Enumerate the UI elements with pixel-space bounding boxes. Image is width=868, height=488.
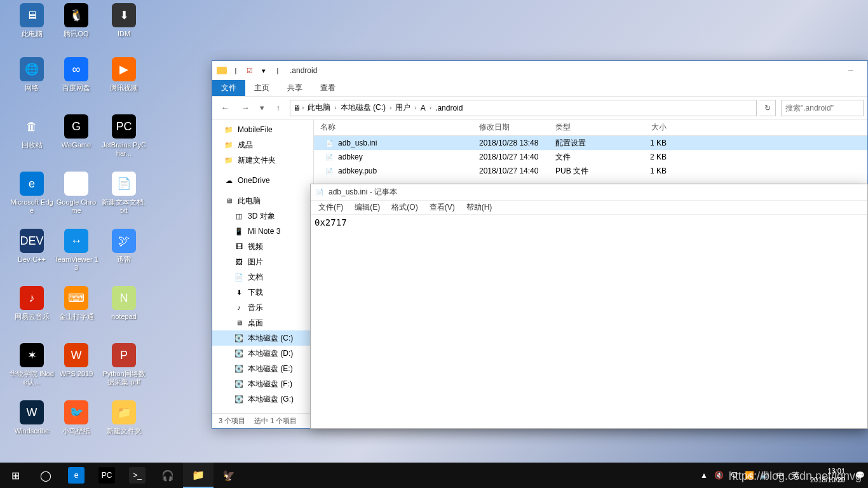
ribbon-tab[interactable]: 文件 xyxy=(212,80,245,96)
taskbar-item-start[interactable]: ⊞ xyxy=(0,463,31,488)
icon-label: 新建文本文档.txt xyxy=(102,198,146,215)
desktop-icon[interactable]: Nnotepad xyxy=(102,286,146,321)
desktop-icon[interactable]: ◉Google Chrome xyxy=(54,172,98,215)
sidebar-item[interactable]: ♪音乐 xyxy=(212,300,313,315)
sidebar-item[interactable]: 📁新建文件夹 xyxy=(212,152,313,168)
desktop-icon[interactable]: WWindscribe xyxy=(10,400,54,435)
desktop-icon[interactable]: 🖥此电脑 xyxy=(10,3,54,38)
taskbar-item-pycharm[interactable]: PC xyxy=(92,463,122,488)
icon-label: 金山打字通 xyxy=(54,313,98,321)
tray-icon[interactable]: 英 xyxy=(790,470,801,481)
file-row[interactable]: 📄adbkey.pub2018/10/27 14:40PUB 文件1 KB xyxy=(314,164,867,178)
taskbar-item-edge[interactable]: e xyxy=(61,463,92,488)
notepad-content[interactable]: 0x2717 xyxy=(311,215,867,230)
menu-item[interactable]: 帮助(H) xyxy=(461,201,498,214)
app-icon: P xyxy=(112,343,136,367)
notifications-icon[interactable]: 💬 xyxy=(854,470,865,481)
sidebar-item[interactable]: 💽本地磁盘 (G:) xyxy=(212,391,313,407)
col-size[interactable]: 大小 xyxy=(625,122,673,133)
taskbar-item-explorer[interactable]: 📁 xyxy=(183,463,214,488)
sidebar-item[interactable]: 📁MobileFile xyxy=(212,122,313,137)
col-date[interactable]: 修改日期 xyxy=(479,122,555,133)
file-size: 1 KB xyxy=(625,139,673,147)
col-name[interactable]: 名称 xyxy=(314,122,479,133)
nav-forward-button[interactable]: → xyxy=(236,99,254,117)
desktop-icon[interactable]: PCJetBrains PyChar... xyxy=(102,114,146,158)
ribbon-tab[interactable]: 共享 xyxy=(278,80,311,96)
breadcrumb-item[interactable]: A xyxy=(418,102,428,114)
desktop-icon[interactable]: GWeGame xyxy=(54,114,98,149)
sidebar-item[interactable]: 💽本地磁盘 (F:) xyxy=(212,376,313,391)
sidebar-item[interactable]: 💽本地磁盘 (E:) xyxy=(212,361,313,376)
taskbar-item-cortana[interactable]: ◯ xyxy=(31,463,61,488)
taskbar-clock[interactable]: 13:01 2018/10/29 xyxy=(805,466,850,484)
breadcrumb-item[interactable]: 用户 xyxy=(393,101,413,114)
menu-item[interactable]: 格式(O) xyxy=(386,201,423,214)
desktop-icon[interactable]: ▶腾讯视频 xyxy=(102,57,146,92)
ribbon-tab[interactable]: 主页 xyxy=(245,80,278,96)
tray-icon[interactable]: 🗨 xyxy=(729,470,740,481)
desktop-icon[interactable]: ↔TeamViewer 13 xyxy=(54,229,98,272)
minimize-button[interactable]: ─ xyxy=(838,63,864,78)
desktop-icon[interactable]: DEVDev-C++ xyxy=(10,229,54,264)
desktop-icon[interactable]: PPython网络数据采集.pdf xyxy=(102,343,146,386)
sidebar-item[interactable]: ⬇下载 xyxy=(212,285,313,300)
nav-dropdown-button[interactable]: ▾ xyxy=(257,99,267,117)
desktop-icon[interactable]: ♪网易云音乐 xyxy=(10,286,54,321)
desktop-icon[interactable]: ✶华锐学院 iNode认... xyxy=(10,343,54,386)
tree-icon: ☁ xyxy=(224,175,234,186)
menu-item[interactable]: 编辑(E) xyxy=(349,201,385,214)
file-row[interactable]: 📄adbkey2018/10/27 14:40文件2 KB xyxy=(314,150,867,164)
sidebar-item[interactable]: ☁OneDrive xyxy=(212,173,313,188)
menu-item[interactable]: 文件(F) xyxy=(313,201,348,214)
breadcrumb-item[interactable]: 此电脑 xyxy=(305,101,333,114)
file-icon: 📄 xyxy=(324,166,334,176)
sidebar-item[interactable]: 📁成品 xyxy=(212,137,313,152)
search-input[interactable] xyxy=(781,100,864,116)
desktop-icon[interactable]: 📁新建文件夹 xyxy=(102,400,146,435)
sidebar-item[interactable]: 🖥桌面 xyxy=(212,315,313,330)
sidebar-item[interactable]: 💽本地磁盘 (D:) xyxy=(212,346,313,361)
sidebar-item[interactable]: 💽本地磁盘 (C:) xyxy=(212,330,313,346)
desktop-icon[interactable]: 🌐网络 xyxy=(10,57,54,92)
desktop-icon[interactable]: 🐦小鸟壁纸 xyxy=(54,400,98,435)
breadcrumb[interactable]: 🖥 › 此电脑›本地磁盘 (C:)›用户›A›.android xyxy=(290,100,757,116)
desktop-icon[interactable]: 🐧腾讯QQ xyxy=(54,3,98,38)
qat-dropdown-icon[interactable]: ▾ xyxy=(258,65,269,76)
tray-icon[interactable]: 🔇 xyxy=(714,470,725,481)
desktop-icon[interactable]: 📄新建文本文档.txt xyxy=(102,172,146,215)
col-type[interactable]: 类型 xyxy=(555,122,625,133)
desktop-icon[interactable]: eMicrosoft Edge xyxy=(10,172,54,215)
explorer-titlebar[interactable]: | ☑ ▾ | .android ─ xyxy=(212,61,867,80)
desktop-icon[interactable]: ⬇IDM xyxy=(102,3,146,38)
menu-item[interactable]: 查看(V) xyxy=(424,201,460,214)
nav-back-button[interactable]: ← xyxy=(216,99,234,117)
qat-properties-icon[interactable]: ☑ xyxy=(244,65,255,76)
desktop-icon[interactable]: 🕊迅雷 xyxy=(102,229,146,264)
desktop-icon[interactable]: WWPS 2019 xyxy=(54,343,98,378)
tray-icon[interactable]: ▲ xyxy=(698,470,710,481)
desktop-icon[interactable]: 🗑回收站 xyxy=(10,114,54,149)
desktop-icon[interactable]: ∞百度网盘 xyxy=(54,57,98,92)
tray-icon[interactable]: 🔊 xyxy=(759,470,771,481)
tray-icon[interactable]: 📶 xyxy=(744,470,756,481)
file-row[interactable]: 📄adb_usb.ini2018/10/28 13:48配置设置1 KB xyxy=(314,136,867,150)
tray-icon[interactable]: 中 xyxy=(775,470,786,481)
breadcrumb-item[interactable]: 本地磁盘 (C:) xyxy=(338,101,388,114)
sidebar-item[interactable]: 🎞视频 xyxy=(212,239,313,254)
taskbar-item-music[interactable]: 🎧 xyxy=(153,463,183,488)
taskbar-item-terminal[interactable]: >_ xyxy=(122,463,153,488)
sidebar-item[interactable]: 📱Mi Note 3 xyxy=(212,224,313,239)
app-icon: N xyxy=(112,286,136,310)
nav-up-button[interactable]: ↑ xyxy=(269,99,287,117)
taskbar-item-eagle[interactable]: 🦅 xyxy=(214,463,244,488)
sidebar-item[interactable]: 🖥此电脑 xyxy=(212,193,313,208)
breadcrumb-item[interactable]: .android xyxy=(433,102,465,114)
sidebar-item[interactable]: 📄文档 xyxy=(212,269,313,285)
sidebar-item[interactable]: 🖼图片 xyxy=(212,254,313,269)
ribbon-tab[interactable]: 查看 xyxy=(311,80,344,96)
sidebar-item[interactable]: ◫3D 对象 xyxy=(212,208,313,224)
notepad-titlebar[interactable]: 📄 adb_usb.ini - 记事本 xyxy=(311,184,867,201)
refresh-button[interactable]: ↻ xyxy=(759,100,776,116)
desktop-icon[interactable]: ⌨金山打字通 xyxy=(54,286,98,321)
